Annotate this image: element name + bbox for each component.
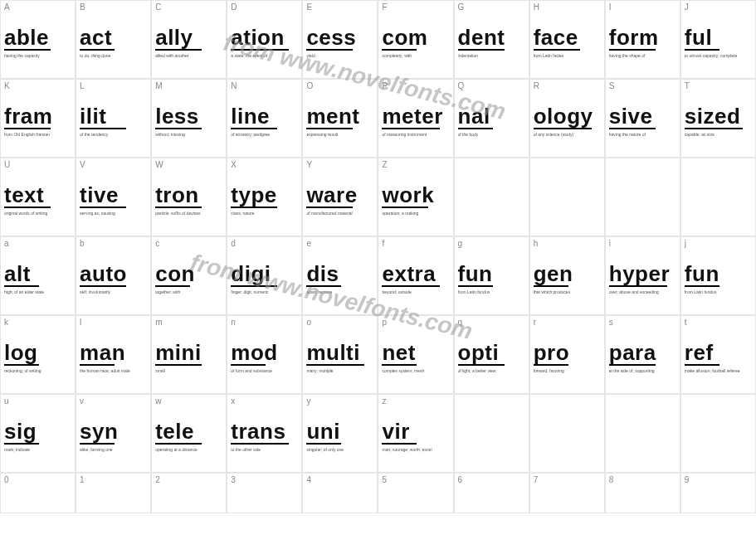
cell-key: F [382,3,449,12]
cell-glyph: cess [306,27,373,48]
cell-key: H [534,3,601,12]
glyph-cell: Vtiveserving as; causing [76,158,151,236]
glyph-cell: lmanthe human race; adult male [76,315,151,394]
glyph-cell: pnetcomplex system; mesh [378,315,453,394]
cell-description: without; missing [155,133,222,138]
cell-key: S [609,82,676,90]
glyph-cell: 9 [680,473,756,513]
cell-description: from Latin facies [534,54,601,59]
cell-key: 0 [4,476,71,484]
cell-description: to do; thing done [80,54,147,59]
glyph-cell: Qnalof the body [454,79,529,158]
cell-glyph: fun [685,263,752,284]
glyph-cell [680,394,756,473]
cell-glyph: fun [458,263,525,284]
glyph-cell: Fcomcompletely; with [378,0,453,79]
glyph-cell: klogreckoning; of writing [0,315,76,394]
cell-glyph: act [80,27,147,48]
glyph-cell: hgenthat which produces [529,236,605,315]
cell-glyph: mini [155,342,222,363]
cell-key: N [231,82,298,90]
cell-glyph: able [4,27,71,48]
cell-key: l [80,318,147,327]
cell-glyph: hyper [609,263,676,284]
glyph-cell: Lilitof the tendency [76,79,151,158]
cell-description: high; of an elder state [4,290,71,295]
cell-key: b [80,240,147,248]
glyph-cell: Xtypeclass; nature [227,158,302,236]
glyph-row: 0123456789 [0,473,756,513]
cell-description: original words of writing [4,211,71,216]
glyph-row: Kframfrom Old English framianLilitof the… [0,79,756,158]
cell-key: w [155,397,222,406]
glyph-cell: jfunfrom Latin fundus [680,236,756,315]
cell-description: indentation [458,54,525,59]
cell-description: finger; digit; numeric [231,290,298,295]
cell-description: make allusion; football referee [685,369,752,374]
cell-glyph: digi [231,263,298,284]
cell-key: W [155,161,222,169]
cell-key: R [534,82,601,90]
cell-key: n [231,318,298,327]
cell-key: q [458,318,525,327]
glyph-cell [454,394,529,473]
cell-glyph: alt [4,263,71,284]
cell-description: yield [306,54,373,59]
cell-key: B [80,3,147,12]
cell-glyph: vir [382,420,449,442]
cell-description: of light; a better view [458,369,525,374]
cell-key: 7 [534,476,601,484]
glyph-cell: rproforward; favoring [529,315,605,394]
glyph-cell: omultimany; multiple [302,315,378,394]
cell-glyph: multi [306,342,373,363]
cell-key: p [382,318,449,327]
cell-key: f [382,240,449,248]
cell-glyph: ful [685,27,752,48]
cell-description: many; multiple [306,369,373,374]
glyph-cell [454,158,529,236]
cell-glyph: dent [458,27,525,48]
cell-description: from Latin fundus [685,290,752,295]
glyph-cell: 8 [605,473,680,513]
glyph-cell: Pmeterof measuring instrument [378,79,453,158]
cell-description: having the shape of [609,54,676,59]
cell-key: o [306,318,373,327]
cell-key: 2 [155,476,222,484]
cell-description: allied with another [155,54,222,59]
cell-glyph: com [382,27,449,48]
glyph-cell [680,158,756,236]
cell-description: a state; the event of [231,54,298,59]
glyph-cell: Dationa state; the event of [227,0,302,79]
cell-key: r [534,318,601,327]
glyph-cell: 7 [529,473,605,513]
glyph-row: aalthigh; of an elder statebautoself; in… [0,236,756,315]
cell-key: t [685,318,752,327]
glyph-cell [605,158,680,236]
cell-description: operation; a making [382,211,449,216]
glyph-cell [529,394,605,473]
cell-key: z [382,397,449,406]
cell-key: c [155,240,222,248]
glyph-cell: qoptiof light; a better view [454,315,529,394]
glyph-cell: Bactto do; thing done [76,0,151,79]
cell-key: s [609,318,676,327]
cell-key: Q [458,82,525,90]
cell-glyph: gen [534,263,601,284]
glyph-row: klogreckoning; of writinglmanthe human r… [0,315,756,394]
glyph-cell: Tsizedcapable; as size [680,79,756,158]
glyph-cell [605,394,680,473]
glyph-cell: 5 [378,473,453,513]
cell-description: serving as; causing [80,211,147,216]
glyph-cell: trefmake allusion; football referee [680,315,756,394]
cell-glyph: nal [458,105,525,127]
cell-key: i [609,240,676,248]
glyph-cell: Ywareof manufactured material [302,158,378,236]
cell-key: y [306,397,373,406]
glyph-row: Aablehaving the capacityBactto do; thing… [0,0,756,79]
glyph-row: usigmark; indicatevsynalike; forming one… [0,394,756,473]
cell-key: T [685,82,752,90]
cell-description: the human race; adult male [80,369,147,374]
cell-description: to the other side [231,448,298,453]
cell-description: capable; as size [685,133,752,138]
glyph-cell: Mlesswithout; missing [151,79,227,158]
